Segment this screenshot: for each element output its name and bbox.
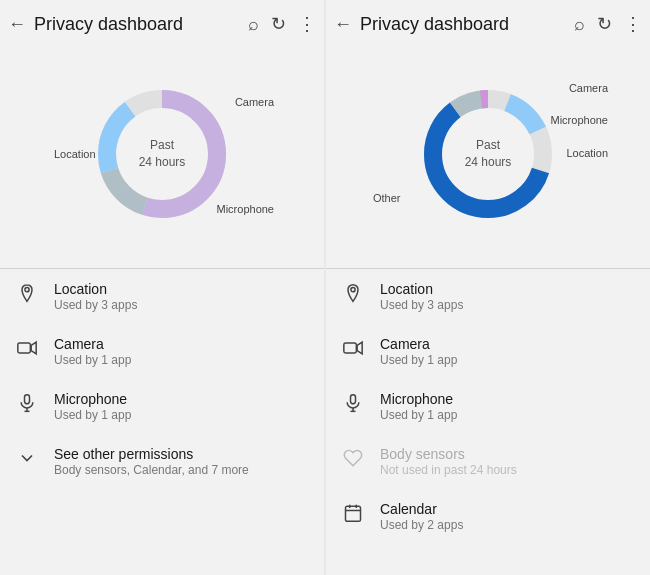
list-item-location-right[interactable]: Location Used by 3 apps: [326, 269, 650, 324]
location-icon-right: [342, 283, 364, 308]
list-text-right-microphone: Microphone Used by 1 app: [380, 391, 457, 422]
back-button-right[interactable]: ←: [334, 14, 352, 35]
panel-left: ← Privacy dashboard ⌕ ↻ ⋮ Location Camer…: [0, 0, 324, 575]
refresh-icon-right[interactable]: ↻: [597, 13, 612, 35]
more-icon-right[interactable]: ⋮: [624, 13, 642, 35]
svg-rect-21: [346, 506, 361, 521]
heart-icon-right: [342, 448, 364, 473]
list-item-bodysensors-right[interactable]: Body sensors Not used in past 24 hours: [326, 434, 650, 489]
calendar-icon-right: [342, 503, 364, 528]
svg-marker-6: [31, 342, 36, 354]
chart-label-other-right: Other: [373, 192, 401, 204]
svg-rect-16: [344, 343, 357, 353]
list-text-left-location: Location Used by 3 apps: [54, 281, 137, 312]
list-text-right-calendar: Calendar Used by 2 apps: [380, 501, 463, 532]
toolbar-left: ← Privacy dashboard ⌕ ↻ ⋮: [0, 0, 324, 48]
list-text-right-camera: Camera Used by 1 app: [380, 336, 457, 367]
list-text-right-bodysensors: Body sensors Not used in past 24 hours: [380, 446, 517, 477]
list-item-location-left[interactable]: Location Used by 3 apps: [0, 269, 324, 324]
title-right: Privacy dashboard: [360, 14, 574, 35]
list-item-calendar-right[interactable]: Calendar Used by 2 apps: [326, 489, 650, 544]
list-text-left-camera: Camera Used by 1 app: [54, 336, 131, 367]
list-text-left-other: See other permissions Body sensors, Cale…: [54, 446, 249, 477]
chart-label-microphone-right: Microphone: [551, 114, 608, 126]
list-item-camera-left[interactable]: Camera Used by 1 app: [0, 324, 324, 379]
chart-label-camera-right: Camera: [569, 82, 608, 94]
svg-point-4: [25, 288, 29, 292]
title-left: Privacy dashboard: [34, 14, 248, 35]
panel-right: ← Privacy dashboard ⌕ ↻ ⋮ Camera Microph…: [326, 0, 650, 575]
list-section-left: Location Used by 3 apps Camera Used by 1…: [0, 269, 324, 575]
location-icon-left: [16, 283, 38, 308]
camera-icon-left: [16, 338, 38, 363]
chart-label-location-right: Location: [566, 147, 608, 159]
list-section-right: Location Used by 3 apps Camera Used by 1…: [326, 269, 650, 575]
microphone-icon-left: [16, 393, 38, 418]
search-icon-left[interactable]: ⌕: [248, 14, 259, 35]
camera-icon-right: [342, 338, 364, 363]
list-item-microphone-right[interactable]: Microphone Used by 1 app: [326, 379, 650, 434]
svg-point-15: [351, 288, 355, 292]
chart-label-microphone-left: Microphone: [217, 203, 274, 215]
chart-label-camera-left: Camera: [235, 96, 274, 108]
donut-chart-right: [408, 74, 568, 234]
more-icon-left[interactable]: ⋮: [298, 13, 316, 35]
search-icon-right[interactable]: ⌕: [574, 14, 585, 35]
svg-rect-7: [25, 395, 30, 404]
refresh-icon-left[interactable]: ↻: [271, 13, 286, 35]
chevron-icon-left: [16, 448, 38, 473]
chart-section-right: Camera Microphone Location Other Past: [326, 48, 650, 268]
chart-label-location-left: Location: [54, 148, 96, 160]
list-text-left-microphone: Microphone Used by 1 app: [54, 391, 131, 422]
back-button-left[interactable]: ←: [8, 14, 26, 35]
svg-marker-17: [357, 342, 362, 354]
list-item-microphone-left[interactable]: Microphone Used by 1 app: [0, 379, 324, 434]
svg-rect-5: [18, 343, 30, 353]
svg-rect-18: [351, 395, 356, 404]
microphone-icon-right: [342, 393, 364, 418]
list-text-right-location: Location Used by 3 apps: [380, 281, 463, 312]
list-item-camera-right[interactable]: Camera Used by 1 app: [326, 324, 650, 379]
toolbar-right: ← Privacy dashboard ⌕ ↻ ⋮: [326, 0, 650, 48]
chart-section-left: Location Camera Microphone Past 24 hours: [0, 48, 324, 268]
list-item-other-left[interactable]: See other permissions Body sensors, Cale…: [0, 434, 324, 489]
